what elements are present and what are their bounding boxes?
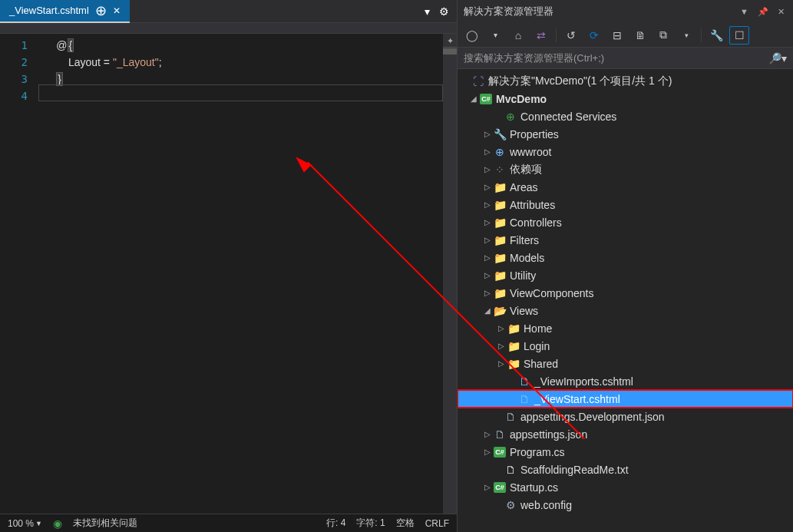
expander-icon[interactable]: ▷ (482, 130, 493, 138)
col-indicator[interactable]: 字符: 1 (356, 517, 385, 530)
tree-item[interactable]: ▷ C# Startup.cs (458, 478, 793, 496)
expander-icon[interactable]: ◢ (468, 94, 479, 103)
close-tab-icon[interactable]: ✕ (113, 5, 121, 16)
expander-icon[interactable]: ▷ (482, 271, 493, 279)
tree-item[interactable]: ▷ ⁘ 依赖项 (458, 160, 793, 178)
tree-item[interactable]: ▷ 📁 Attributes (458, 196, 793, 213)
tree-item[interactable]: ▷ 📁 Login (458, 337, 793, 355)
tree-item[interactable]: ▷ 📁 Models (458, 249, 793, 266)
line-gutter: 1 2 3 4 (0, 34, 38, 514)
back-icon[interactable]: ◯ (462, 26, 482, 45)
csproj-icon: C# (479, 94, 493, 104)
dropdown-icon[interactable]: ▾ (425, 5, 430, 18)
tree-item-views[interactable]: ◢ 📂 Views (458, 302, 793, 319)
dependencies-icon: ⁘ (493, 164, 507, 176)
tree-item[interactable]: ▷ 📁 Utility (458, 266, 793, 284)
expander-icon[interactable]: ▷ (482, 430, 493, 438)
tree-item[interactable]: ▷ 🗋 appsettings.json (458, 425, 793, 443)
sync-icon[interactable]: ↺ (561, 26, 581, 45)
lineend-indicator[interactable]: CRLF (425, 518, 449, 529)
dropdown-icon[interactable]: ▾ (676, 26, 696, 45)
zoom-level[interactable]: 100 % ▼ (8, 518, 42, 529)
forward-icon[interactable]: ▾ (485, 26, 505, 45)
expander-icon[interactable]: ▷ (482, 253, 493, 262)
expander-icon[interactable]: ▷ (482, 236, 493, 244)
preview-selected-icon[interactable]: ☐ (729, 26, 749, 45)
navigation-bar[interactable] (0, 23, 457, 34)
globe-icon: ⊕ (493, 146, 507, 158)
expander-icon[interactable]: ▷ (482, 483, 493, 491)
tree-item[interactable]: ▷ 📁 Controllers (458, 213, 793, 231)
tree-item[interactable]: ⊕ Connected Services (458, 107, 793, 125)
tree-item[interactable]: ▷ ⊕ wwwroot (458, 143, 793, 160)
expander-icon[interactable]: ▷ (482, 147, 493, 156)
search-icon[interactable]: 🔎▾ (768, 52, 787, 64)
folder-icon: 📁 (493, 199, 507, 211)
indent-indicator[interactable]: 空格 (396, 517, 415, 530)
panel-header: 解决方案资源管理器 ▼ 📌 ✕ (458, 0, 793, 23)
expander-icon[interactable]: ▷ (482, 183, 493, 191)
expander-icon[interactable]: ▷ (482, 165, 493, 173)
line-indicator[interactable]: 行: 4 (326, 517, 345, 530)
preview-icon[interactable]: ⧉ (653, 26, 673, 45)
pin-icon[interactable]: 📌 (755, 7, 771, 17)
search-input[interactable] (464, 52, 768, 64)
folder-open-icon: 📂 (493, 305, 507, 317)
properties-icon[interactable]: 🔧 (706, 26, 726, 45)
folder-icon: 📁 (493, 252, 507, 264)
folder-icon: 📁 (493, 234, 507, 246)
folder-icon: 📁 (493, 181, 507, 193)
cshtml-file-icon: 🗋 (517, 393, 531, 405)
refresh-icon[interactable]: ⟳ (584, 26, 604, 45)
expander-icon[interactable]: ▷ (496, 324, 507, 332)
expander-icon[interactable]: ◢ (482, 306, 493, 315)
check-icon: ◉ (53, 517, 62, 530)
home-icon[interactable]: ⌂ (508, 26, 528, 45)
dropdown-icon[interactable]: ▼ (738, 7, 751, 16)
tree-item[interactable]: ▷ 📁 Filters (458, 231, 793, 249)
show-all-icon[interactable]: 🗎 (630, 26, 650, 45)
editor-tab[interactable]: _ViewStart.cshtml ⊕ ✕ (0, 0, 130, 23)
tree-item[interactable]: ▷ 📁 Shared (458, 355, 793, 372)
switch-view-icon[interactable]: ⇄ (531, 26, 551, 45)
tree-item[interactable]: ▷ C# Program.cs (458, 443, 793, 461)
cs-file-icon: C# (493, 447, 507, 458)
tree-item[interactable]: ⚙ web.config (458, 496, 793, 514)
expander-icon[interactable]: ▷ (482, 448, 493, 456)
solution-node[interactable]: ⛶ 解决方案"MvcDemo"(1 个项目/共 1 个) (458, 72, 793, 90)
expander-icon[interactable]: ▷ (496, 342, 507, 350)
tree-item-viewstart[interactable]: 🗋 _ViewStart.cshtml (458, 390, 793, 408)
solution-explorer-panel: 解决方案资源管理器 ▼ 📌 ✕ ◯ ▾ ⌂ ⇄ ↺ ⟳ ⊟ 🗎 ⧉ ▾ 🔧 ☐ … (457, 0, 793, 532)
tree-item[interactable]: ▷ 📁 ViewComponents (458, 284, 793, 302)
collapse-icon[interactable]: ⊟ (607, 26, 627, 45)
tree-item[interactable]: 🗋 _ViewImports.cshtml (458, 372, 793, 390)
tree-item[interactable]: 🗋 ScaffoldingReadMe.txt (458, 461, 793, 478)
json-file-icon: 🗋 (504, 411, 517, 423)
scroll-annotation-bar[interactable]: ✦ (443, 34, 457, 514)
issues-status[interactable]: 未找到相关问题 (73, 517, 137, 530)
project-node[interactable]: ◢ C# MvcDemo (458, 90, 793, 107)
settings-gear-icon[interactable]: ⚙ (439, 5, 449, 18)
cshtml-file-icon: 🗋 (517, 375, 531, 388)
dirty-indicator-icon: ⊕ (95, 4, 107, 18)
tree-item[interactable]: ▷ 🔧 Properties (458, 125, 793, 143)
close-icon[interactable]: ✕ (775, 7, 787, 17)
expander-icon[interactable]: ▷ (482, 200, 493, 209)
txt-file-icon: 🗋 (504, 464, 517, 476)
expander-icon[interactable]: ▷ (482, 218, 493, 226)
tree-item[interactable]: ▷ 📁 Areas (458, 178, 793, 196)
expander-icon[interactable]: ▷ (482, 289, 493, 297)
tree-item[interactable]: ▷ 📁 Home (458, 319, 793, 337)
folder-icon: 📁 (507, 340, 520, 352)
folder-icon: 📁 (493, 216, 507, 229)
editor-area[interactable]: 1 2 3 4 @{ Layout = "_Layout"; } ✦ (0, 34, 457, 514)
split-editor-icon[interactable]: ✦ (443, 34, 457, 48)
search-bar[interactable]: 🔎▾ (458, 48, 793, 69)
expander-icon[interactable]: ▷ (496, 359, 507, 368)
code-editor[interactable]: @{ Layout = "_Layout"; } (38, 34, 443, 514)
tree-item[interactable]: 🗋 appsettings.Development.json (458, 408, 793, 425)
json-file-icon: 🗋 (493, 428, 507, 441)
folder-icon: 📁 (493, 287, 507, 299)
solution-tree[interactable]: ⛶ 解决方案"MvcDemo"(1 个项目/共 1 个) ◢ C# MvcDem… (458, 69, 793, 532)
wrench-icon: 🔧 (493, 128, 507, 140)
